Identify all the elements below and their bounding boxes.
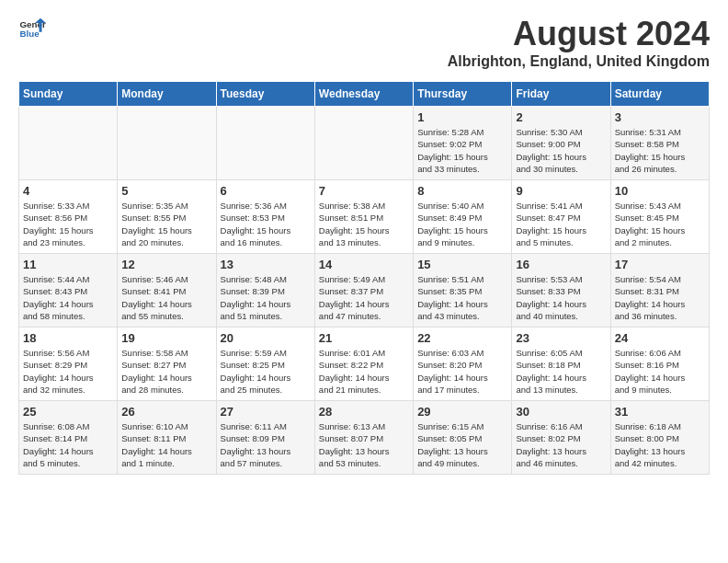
day-number: 2 — [516, 110, 606, 124]
day-info: Sunrise: 5:43 AM Sunset: 8:45 PM Dayligh… — [615, 200, 705, 248]
weekday-header-monday: Monday — [118, 82, 216, 107]
day-cell: 17Sunrise: 5:54 AM Sunset: 8:31 PM Dayli… — [610, 254, 709, 327]
week-row-2: 4Sunrise: 5:33 AM Sunset: 8:56 PM Daylig… — [19, 180, 710, 254]
day-number: 3 — [615, 110, 705, 124]
day-cell: 6Sunrise: 5:36 AM Sunset: 8:53 PM Daylig… — [216, 180, 314, 254]
logo-icon: General Blue — [18, 15, 46, 42]
day-info: Sunrise: 5:54 AM Sunset: 8:31 PM Dayligh… — [615, 273, 705, 322]
day-number: 9 — [516, 184, 606, 198]
day-info: Sunrise: 6:11 AM Sunset: 8:09 PM Dayligh… — [221, 420, 311, 469]
day-info: Sunrise: 6:16 AM Sunset: 8:02 PM Dayligh… — [516, 420, 606, 469]
day-cell: 30Sunrise: 6:16 AM Sunset: 8:02 PM Dayli… — [512, 401, 610, 475]
day-cell: 10Sunrise: 5:43 AM Sunset: 8:45 PM Dayli… — [610, 180, 709, 254]
day-cell: 8Sunrise: 5:40 AM Sunset: 8:49 PM Daylig… — [414, 180, 512, 254]
day-number: 16 — [516, 258, 606, 271]
day-info: Sunrise: 6:05 AM Sunset: 8:18 PM Dayligh… — [516, 347, 606, 396]
day-info: Sunrise: 6:18 AM Sunset: 8:00 PM Dayligh… — [615, 420, 705, 469]
weekday-header-friday: Friday — [512, 82, 610, 107]
day-info: Sunrise: 6:03 AM Sunset: 8:20 PM Dayligh… — [417, 347, 507, 396]
day-cell: 18Sunrise: 5:56 AM Sunset: 8:29 PM Dayli… — [19, 327, 118, 401]
day-info: Sunrise: 5:40 AM Sunset: 8:49 PM Dayligh… — [417, 200, 507, 248]
day-cell: 7Sunrise: 5:38 AM Sunset: 8:51 PM Daylig… — [314, 180, 413, 254]
day-cell: 21Sunrise: 6:01 AM Sunset: 8:22 PM Dayli… — [314, 327, 413, 401]
day-info: Sunrise: 6:06 AM Sunset: 8:16 PM Dayligh… — [615, 347, 705, 396]
weekday-header-saturday: Saturday — [610, 82, 709, 107]
day-number: 26 — [121, 405, 211, 419]
day-number: 23 — [516, 331, 606, 345]
day-number: 10 — [615, 184, 705, 198]
day-number: 13 — [221, 258, 311, 271]
calendar-table: SundayMondayTuesdayWednesdayThursdayFrid… — [18, 81, 710, 475]
day-number: 14 — [319, 258, 409, 271]
day-number: 25 — [23, 405, 113, 419]
day-info: Sunrise: 5:44 AM Sunset: 8:43 PM Dayligh… — [23, 273, 113, 322]
day-info: Sunrise: 5:53 AM Sunset: 8:33 PM Dayligh… — [516, 273, 606, 322]
day-info: Sunrise: 5:49 AM Sunset: 8:37 PM Dayligh… — [319, 273, 409, 322]
day-info: Sunrise: 6:08 AM Sunset: 8:14 PM Dayligh… — [23, 420, 113, 469]
day-cell: 24Sunrise: 6:06 AM Sunset: 8:16 PM Dayli… — [610, 327, 709, 401]
day-number: 18 — [23, 331, 113, 345]
page-header: General Blue August 2024 Albrighton, Eng… — [18, 15, 710, 70]
day-cell: 12Sunrise: 5:46 AM Sunset: 8:41 PM Dayli… — [118, 254, 216, 327]
day-info: Sunrise: 6:01 AM Sunset: 8:22 PM Dayligh… — [319, 347, 409, 396]
day-cell: 20Sunrise: 5:59 AM Sunset: 8:25 PM Dayli… — [216, 327, 314, 401]
week-row-1: 1Sunrise: 5:28 AM Sunset: 9:02 PM Daylig… — [19, 107, 710, 180]
day-info: Sunrise: 5:51 AM Sunset: 8:35 PM Dayligh… — [417, 273, 507, 322]
day-cell: 31Sunrise: 6:18 AM Sunset: 8:00 PM Dayli… — [610, 401, 709, 475]
day-number: 15 — [417, 258, 507, 271]
day-number: 7 — [319, 184, 409, 198]
day-cell: 29Sunrise: 6:15 AM Sunset: 8:05 PM Dayli… — [414, 401, 512, 475]
day-info: Sunrise: 5:48 AM Sunset: 8:39 PM Dayligh… — [221, 273, 311, 322]
day-info: Sunrise: 5:31 AM Sunset: 8:58 PM Dayligh… — [615, 126, 705, 175]
weekday-header-tuesday: Tuesday — [216, 82, 314, 107]
day-info: Sunrise: 5:36 AM Sunset: 8:53 PM Dayligh… — [221, 200, 311, 248]
svg-text:Blue: Blue — [20, 29, 40, 39]
weekday-header-wednesday: Wednesday — [314, 82, 413, 107]
day-cell: 16Sunrise: 5:53 AM Sunset: 8:33 PM Dayli… — [512, 254, 610, 327]
day-info: Sunrise: 5:28 AM Sunset: 9:02 PM Dayligh… — [417, 126, 507, 175]
day-number: 28 — [319, 405, 409, 419]
day-info: Sunrise: 5:58 AM Sunset: 8:27 PM Dayligh… — [121, 347, 211, 396]
day-cell: 25Sunrise: 6:08 AM Sunset: 8:14 PM Dayli… — [19, 401, 118, 475]
day-number: 29 — [417, 405, 507, 419]
day-cell: 19Sunrise: 5:58 AM Sunset: 8:27 PM Dayli… — [118, 327, 216, 401]
day-number: 12 — [121, 258, 211, 271]
main-title: August 2024 — [448, 15, 710, 53]
day-cell: 14Sunrise: 5:49 AM Sunset: 8:37 PM Dayli… — [314, 254, 413, 327]
day-cell: 23Sunrise: 6:05 AM Sunset: 8:18 PM Dayli… — [512, 327, 610, 401]
day-info: Sunrise: 5:46 AM Sunset: 8:41 PM Dayligh… — [121, 273, 211, 322]
day-number: 19 — [121, 331, 211, 345]
day-cell: 27Sunrise: 6:11 AM Sunset: 8:09 PM Dayli… — [216, 401, 314, 475]
day-cell: 26Sunrise: 6:10 AM Sunset: 8:11 PM Dayli… — [118, 401, 216, 475]
day-cell: 4Sunrise: 5:33 AM Sunset: 8:56 PM Daylig… — [19, 180, 118, 254]
weekday-header-row: SundayMondayTuesdayWednesdayThursdayFrid… — [19, 82, 710, 107]
day-info: Sunrise: 6:13 AM Sunset: 8:07 PM Dayligh… — [319, 420, 409, 469]
title-block: August 2024 Albrighton, England, United … — [448, 15, 710, 70]
week-row-4: 18Sunrise: 5:56 AM Sunset: 8:29 PM Dayli… — [19, 327, 710, 401]
day-info: Sunrise: 5:59 AM Sunset: 8:25 PM Dayligh… — [221, 347, 311, 396]
logo: General Blue — [18, 15, 46, 42]
weekday-header-thursday: Thursday — [414, 82, 512, 107]
day-cell: 28Sunrise: 6:13 AM Sunset: 8:07 PM Dayli… — [314, 401, 413, 475]
day-info: Sunrise: 5:33 AM Sunset: 8:56 PM Dayligh… — [23, 200, 113, 248]
day-info: Sunrise: 5:56 AM Sunset: 8:29 PM Dayligh… — [23, 347, 113, 396]
day-number: 11 — [23, 258, 113, 271]
day-cell — [216, 107, 314, 180]
day-cell: 9Sunrise: 5:41 AM Sunset: 8:47 PM Daylig… — [512, 180, 610, 254]
day-cell: 13Sunrise: 5:48 AM Sunset: 8:39 PM Dayli… — [216, 254, 314, 327]
day-cell — [118, 107, 216, 180]
subtitle: Albrighton, England, United Kingdom — [448, 53, 710, 70]
day-number: 24 — [615, 331, 705, 345]
day-cell — [19, 107, 118, 180]
day-cell: 11Sunrise: 5:44 AM Sunset: 8:43 PM Dayli… — [19, 254, 118, 327]
day-cell: 22Sunrise: 6:03 AM Sunset: 8:20 PM Dayli… — [414, 327, 512, 401]
day-cell: 2Sunrise: 5:30 AM Sunset: 9:00 PM Daylig… — [512, 107, 610, 180]
week-row-5: 25Sunrise: 6:08 AM Sunset: 8:14 PM Dayli… — [19, 401, 710, 475]
day-number: 22 — [417, 331, 507, 345]
day-number: 17 — [615, 258, 705, 271]
day-info: Sunrise: 6:10 AM Sunset: 8:11 PM Dayligh… — [121, 420, 211, 469]
day-info: Sunrise: 5:30 AM Sunset: 9:00 PM Dayligh… — [516, 126, 606, 175]
day-number: 31 — [615, 405, 705, 419]
day-number: 21 — [319, 331, 409, 345]
day-number: 5 — [121, 184, 211, 198]
